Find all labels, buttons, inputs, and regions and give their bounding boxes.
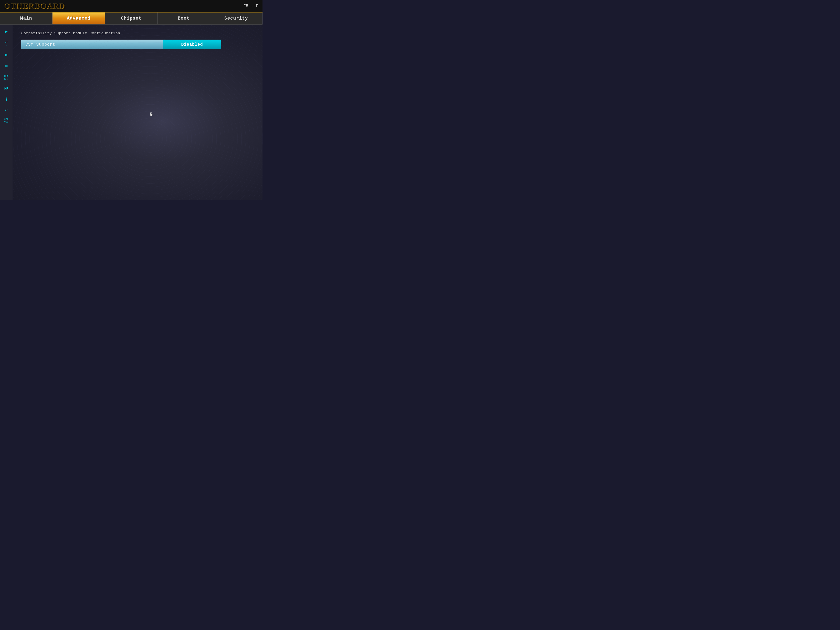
sidebar-item-grid: ⊞ [5,64,8,69]
header-bar: OTHERBOARD F5 : F [0,0,262,13]
section-title: Compatibility Support Module Configurati… [21,31,254,35]
csm-support-value[interactable]: Disabled [163,39,221,49]
mhz-label: MHZB ↕ [5,75,8,80]
sidebar: ▶ HZ↕ M ⊞ MHZB ↕ MP 🌡 2° 022022 [0,25,13,200]
tab-chipset[interactable]: Chipset [105,13,158,24]
mp-label: MP [5,87,8,91]
thermometer-icon: 🌡 [4,97,9,102]
sidebar-item-022: 022022 [5,118,8,123]
sidebar-item-1: ▶ [5,29,8,35]
tab-security[interactable]: Security [210,13,262,24]
logo-text: OTHERBOARD [4,2,65,11]
sidebar-item-hz: HZ↕ [5,41,8,47]
tab-main[interactable]: Main [0,13,52,24]
sidebar-item-mp: MP [5,87,8,91]
sidebar-item-temp: 🌡 [4,97,9,103]
svg-marker-0 [150,112,153,117]
grid-icon: ⊞ [5,64,8,68]
degree-label: 2° [5,109,8,111]
mouse-cursor [150,112,153,116]
tab-bar: Main Advanced Chipset Boot Security [0,13,262,25]
tab-advanced[interactable]: Advanced [52,13,105,24]
num-label: 022022 [5,118,8,123]
tab-boot[interactable]: Boot [158,13,210,24]
m-label: M [5,53,8,57]
main-content: Compatibility Support Module Configurati… [13,25,262,200]
header-shortcut: F5 : F [243,3,258,8]
csm-support-label: CSM Support [21,39,163,49]
sidebar-item-2deg: 2° [5,109,8,112]
csm-row: CSM Support Disabled [21,39,250,49]
arrow-icon: ▶ [5,29,8,35]
sidebar-item-mhz: MHZB ↕ [5,75,8,81]
hz-label: HZ↕ [5,41,8,46]
sidebar-item-m: M [5,53,8,58]
